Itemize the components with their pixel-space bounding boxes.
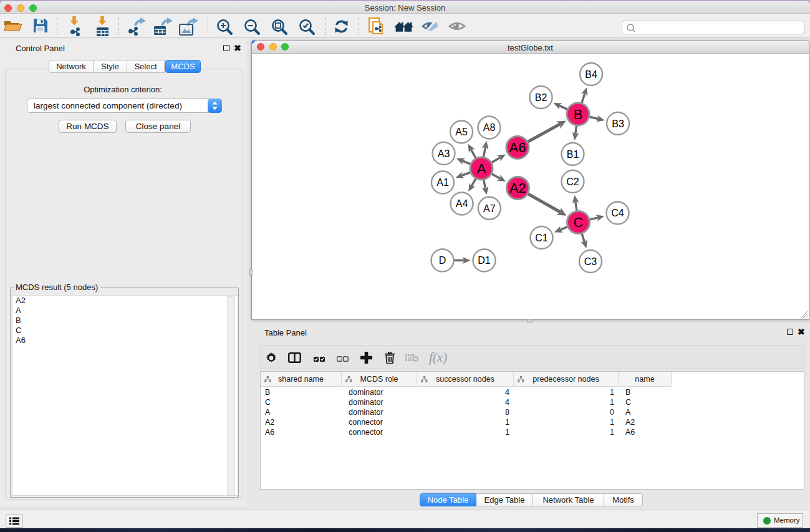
svg-text:A1: A1 [436, 177, 449, 188]
svg-text:A: A [477, 161, 486, 177]
svg-text:B: B [574, 107, 583, 122]
svg-text:C2: C2 [566, 177, 579, 187]
svg-text:B2: B2 [535, 92, 547, 103]
svg-text:B4: B4 [585, 69, 597, 80]
svg-text:B1: B1 [567, 149, 579, 160]
svg-text:A3: A3 [438, 148, 450, 159]
svg-text:A6: A6 [509, 140, 526, 155]
svg-text:C: C [574, 215, 584, 230]
svg-text:A7: A7 [483, 203, 496, 214]
svg-text:C1: C1 [535, 233, 548, 243]
svg-text:D1: D1 [478, 255, 491, 266]
svg-text:A2: A2 [509, 180, 526, 196]
svg-text:C4: C4 [611, 208, 624, 218]
svg-text:A5: A5 [455, 127, 468, 137]
svg-text:A4: A4 [456, 198, 468, 209]
svg-text:A8: A8 [483, 122, 496, 133]
svg-text:B3: B3 [612, 118, 624, 129]
svg-text:C3: C3 [584, 256, 597, 267]
svg-text:D: D [439, 255, 446, 266]
